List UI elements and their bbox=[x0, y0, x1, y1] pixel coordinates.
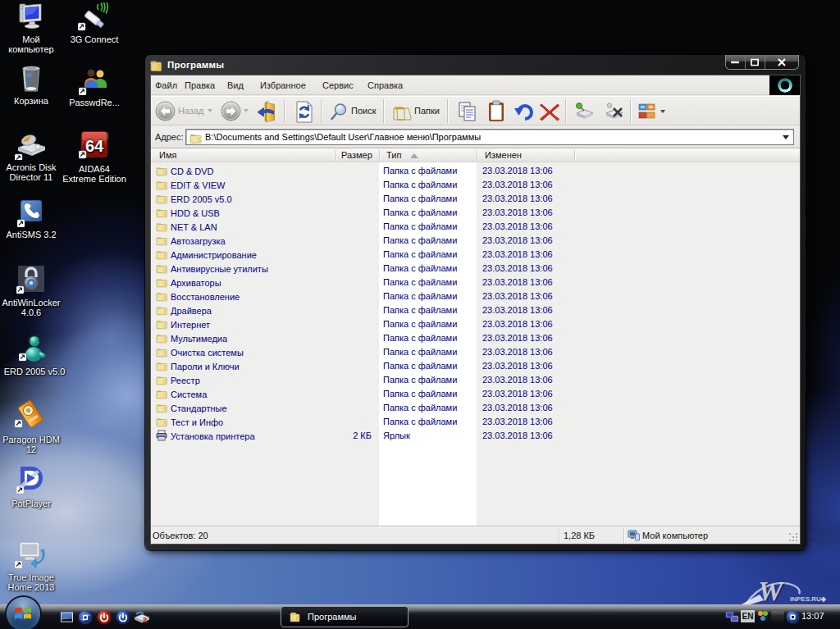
svg-text:64: 64 bbox=[85, 137, 104, 155]
svg-text:2: 2 bbox=[143, 616, 147, 624]
